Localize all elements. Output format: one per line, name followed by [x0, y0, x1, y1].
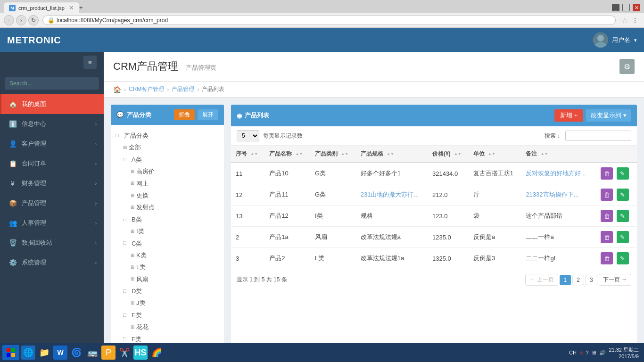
cell-unit: 复古百搭工坊1 [469, 163, 521, 184]
breadcrumb-product-mgmt[interactable]: 产品管理 [172, 85, 194, 93]
cell-price: 1325.0 [428, 248, 469, 269]
sidebar-item-finance-mgmt[interactable]: ¥ 财务管理 › [0, 173, 104, 193]
col-spec[interactable]: 产品规格 ▲▼ [356, 146, 428, 163]
edit-button[interactable]: ✎ [617, 210, 629, 222]
collapse-button[interactable]: 折叠 [174, 109, 195, 120]
sidebar: ≡ 🏠 我的桌面 ℹ️ 信息中心 › 👤 客户管理 › 📋 合同订单 › ¥ 财… [0, 52, 104, 343]
col-unit[interactable]: 单位 ▲▼ [469, 146, 521, 163]
sidebar-item-sys-mgmt[interactable]: ⚙️ 系统管理 › [0, 253, 104, 272]
cell-remark: 二二一样a [521, 227, 595, 248]
table-row: 12 产品11 G类 231山地的撒大苏打... 212.0 斤 21332市场… [231, 184, 637, 206]
browser-tab[interactable]: M crm_product_list.jsp ✕ [4, 2, 79, 13]
tree-row[interactable]: ⊞网上 [131, 178, 219, 189]
tree-row[interactable]: ⊞花花 [131, 321, 219, 333]
edit-button[interactable]: ✎ [617, 167, 629, 180]
tree-label: J类 [136, 297, 146, 308]
sidebar-item-customer-mgmt[interactable]: 👤 客户管理 › [0, 134, 104, 154]
product-search-input[interactable] [565, 131, 631, 141]
tree-label: C类 [132, 238, 142, 249]
sidebar-nav: 🏠 我的桌面 ℹ️ 信息中心 › 👤 客户管理 › 📋 合同订单 › ¥ 财务管… [0, 94, 104, 272]
prev-page-button[interactable]: ← 上一页 [525, 274, 558, 286]
sidebar-item-hr-mgmt[interactable]: 👥 人事管理 › [0, 213, 104, 233]
user-menu[interactable]: 用户名 ▾ [593, 33, 637, 48]
col-remark[interactable]: 备注 ▲▼ [521, 146, 595, 163]
tree-row[interactable]: □C类 [123, 238, 219, 249]
tree-row[interactable]: ⊞K类 [131, 249, 219, 261]
forward-button[interactable]: › [16, 15, 26, 25]
sidebar-label-hr-mgmt: 人事管理 [22, 219, 95, 227]
breadcrumb-crm[interactable]: CRM客户管理 [129, 85, 164, 93]
change-columns-button[interactable]: 改变显示列 ▾ [586, 109, 631, 122]
settings-gear-button[interactable]: ⚙ [619, 59, 635, 74]
product-categories-panel: 💬 产品分类 折叠 展开 □产品分类⊞全部□A类⊞高房价⊞网上⊞更换⊞发射点□B… [111, 105, 224, 343]
col-price[interactable]: 价格(¥) ▲▼ [428, 146, 469, 163]
next-page-button[interactable]: 下一页 → [599, 274, 631, 286]
tree-label: D类 [132, 286, 142, 296]
sidebar-item-my-desk[interactable]: 🏠 我的桌面 [0, 94, 104, 114]
window-maximize[interactable] [622, 4, 630, 11]
tree-row[interactable]: ⊞高房价 [131, 165, 219, 177]
sidebar-item-data-recycle[interactable]: 🗑️ 数据回收站 › [0, 233, 104, 253]
col-type[interactable]: 产品类别 ▲▼ [310, 146, 356, 163]
tree-row[interactable]: □E类 [123, 309, 219, 321]
tree-row[interactable]: ⊞L类 [131, 261, 219, 273]
page-size-select[interactable]: 5 10 20 [237, 130, 259, 141]
sidebar-arrow-data-recycle: › [95, 240, 97, 246]
col-actions [595, 146, 637, 163]
new-tab-button[interactable]: + [79, 4, 83, 11]
search-input[interactable] [5, 77, 99, 90]
tree-row[interactable]: ⊞风扇 [131, 273, 219, 285]
tree-label: 产品分类 [124, 130, 149, 141]
tree-minus-icon: □ [116, 131, 122, 140]
window-close[interactable]: ✕ [633, 4, 640, 11]
tree-row[interactable]: □D类 [123, 285, 219, 297]
tree-node: ⊞全部 [123, 141, 219, 153]
cell-remark[interactable]: 21332市场操作下... [521, 184, 595, 206]
browser-menu-button[interactable]: ⋮ [630, 15, 640, 25]
tree-row[interactable]: ⊞J类 [131, 297, 219, 309]
cell-spec[interactable]: 231山地的撒大苏打... [356, 184, 428, 206]
edit-button[interactable]: ✎ [617, 252, 629, 264]
tree-row[interactable]: □产品分类 [116, 130, 219, 141]
sidebar-item-info-center[interactable]: ℹ️ 信息中心 › [0, 114, 104, 134]
page-1-button[interactable]: 1 [560, 275, 571, 285]
tree-node: □C类⊞K类⊞L类⊞风扇 [123, 238, 219, 286]
col-seq[interactable]: 序号 ▲▼ [231, 146, 264, 163]
page-2-button[interactable]: 2 [572, 275, 584, 285]
tab-close-button[interactable]: ✕ [69, 4, 74, 11]
sidebar-item-contract-orders[interactable]: 📋 合同订单 › [0, 154, 104, 173]
delete-button[interactable]: 🗑 [601, 210, 613, 222]
back-button[interactable]: ‹ [4, 15, 14, 25]
tree-row[interactable]: ⊞发射点 [131, 201, 219, 213]
tree-row[interactable]: □A类 [123, 154, 219, 165]
delete-button[interactable]: 🗑 [601, 189, 613, 201]
window-minimize[interactable]: _ [612, 4, 619, 11]
cell-remark: 二二一样gf [521, 248, 595, 269]
cell-remark[interactable]: 反对恢复的好地方好... [521, 163, 595, 184]
tree-row[interactable]: ⊞I类 [131, 225, 219, 237]
tree-children: ⊞花花 [123, 321, 219, 333]
sidebar-item-product-mgmt[interactable]: 📦 产品管理 › [0, 193, 104, 213]
expand-button[interactable]: 展开 [198, 109, 218, 120]
edit-button[interactable]: ✎ [617, 231, 629, 243]
delete-button[interactable]: 🗑 [601, 231, 613, 243]
refresh-button[interactable]: ↻ [28, 15, 39, 25]
url-bar[interactable]: 🔒 localhost:8080/MyCrm/pages_crm/crm_pro… [42, 16, 616, 25]
sidebar-toggle-button[interactable]: ≡ [83, 56, 97, 69]
sidebar-label-customer-mgmt: 客户管理 [22, 140, 95, 148]
col-name[interactable]: 产品名称 ▲▼ [264, 146, 310, 163]
edit-button[interactable]: ✎ [617, 189, 629, 201]
cell-seq: 13 [231, 206, 264, 227]
bookmark-star[interactable]: ☆ [621, 16, 628, 25]
tree-node: ⊞J类 [131, 297, 219, 309]
page-3-button[interactable]: 3 [586, 275, 597, 285]
cell-actions: 🗑 ✎ [595, 206, 637, 227]
delete-button[interactable]: 🗑 [601, 252, 613, 264]
tree-row[interactable]: ⊞全部 [123, 141, 219, 153]
delete-button[interactable]: 🗑 [601, 167, 613, 180]
add-product-button[interactable]: 新增 + [554, 109, 583, 122]
sidebar-label-contract-orders: 合同订单 [22, 159, 95, 168]
tree-row[interactable]: ⊞更换 [131, 189, 219, 201]
tree-row[interactable]: □B类 [123, 214, 219, 225]
tree-row[interactable]: □F类 [123, 333, 219, 343]
